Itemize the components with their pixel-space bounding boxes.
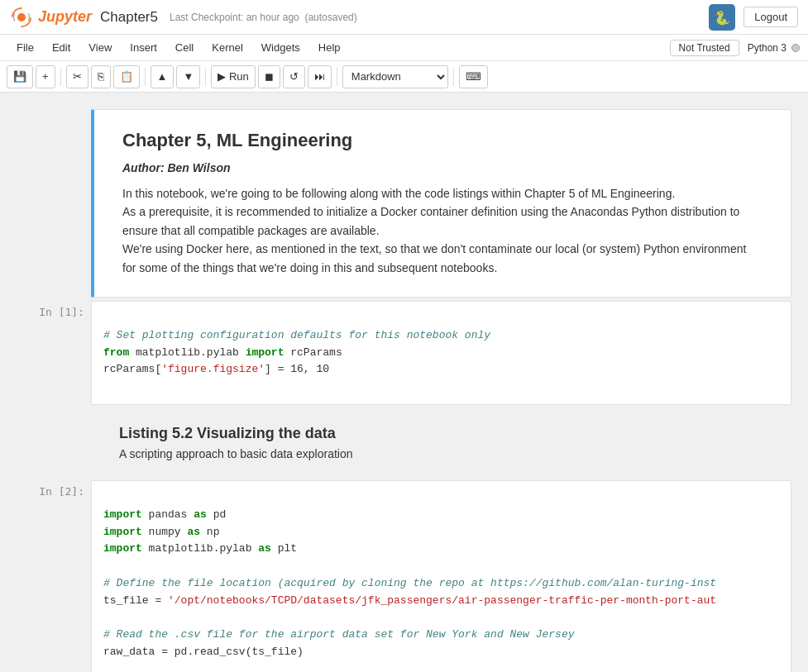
toolbar-sep-5 (453, 68, 454, 86)
menu-kernel[interactable]: Kernel (203, 38, 251, 57)
cell-2-container: In [1]: # Set plotting configuration def… (0, 301, 808, 405)
svg-point-0 (17, 12, 26, 21)
code-comment-file: # Define the file location (acquired by … (103, 577, 716, 589)
trusted-button[interactable]: Not Trusted (670, 40, 739, 56)
cell-1-container: Chapter 5, ML Engineering Author: Ben Wi… (0, 109, 808, 298)
cell-4-content[interactable]: import pandas as pd import numpy as np i… (91, 480, 791, 672)
interrupt-button[interactable]: ◼ (258, 65, 280, 88)
menu-edit[interactable]: Edit (44, 38, 79, 57)
code-comment-1: # Set plotting configuration defaults fo… (103, 329, 490, 341)
menu-help[interactable]: Help (310, 38, 349, 57)
code-read-csv: raw_data = pd.read_csv(ts_file) (103, 646, 304, 658)
notebook-heading: Chapter 5, ML Engineering (122, 130, 763, 151)
checkpoint-info: Last Checkpoint: an hour ago (autosaved) (170, 12, 357, 23)
run-button[interactable]: ▶ Run (211, 65, 255, 88)
menubar: File Edit View Insert Cell Kernel Widget… (0, 35, 808, 61)
paste-button[interactable]: 📋 (113, 65, 140, 88)
kernel-label: Python 3 (748, 42, 786, 54)
menu-widgets[interactable]: Widgets (253, 38, 308, 57)
restart-button[interactable]: ↺ (283, 65, 305, 88)
copy-button[interactable]: ⎘ (91, 65, 111, 88)
notebook-author: Author: Ben Wilson (122, 161, 763, 174)
menu-view[interactable]: View (80, 38, 120, 57)
code-ts-file: ts_file = '/opt/notebooks/TCPD/datasets/… (103, 594, 716, 607)
cell-4-code: import pandas as pd import numpy as np i… (103, 489, 779, 672)
code-import-plt: import matplotlib.pylab as plt (103, 542, 297, 555)
python-logo-icon: 🐍 (709, 4, 735, 31)
cell-3-container: Listing 5.2 Visualizing the data A scrip… (0, 408, 808, 477)
cell-2-code: # Set plotting configuration defaults fo… (103, 310, 779, 396)
cell-2-label: In [1]: (17, 301, 91, 405)
code-line-3: rcParams['figure.figsize'] = 16, 10 (103, 363, 329, 375)
cell-1-label (17, 109, 91, 298)
cell-3-content[interactable]: Listing 5.2 Visualizing the data A scrip… (91, 408, 791, 477)
kernel-info: Python 3 (748, 42, 800, 54)
topbar-left: Jupyter Chapter5 Last Checkpoint: an hou… (10, 6, 357, 29)
keyboard-shortcuts-button[interactable]: ⌨ (459, 65, 488, 88)
cut-button[interactable]: ✂ (66, 65, 88, 88)
cell-3-label (17, 408, 91, 477)
move-down-button[interactable]: ▼ (176, 65, 200, 88)
section-2-subtitle: A scripting approach to basic data explo… (119, 447, 763, 460)
menu-cell[interactable]: Cell (167, 38, 202, 57)
restart-run-button[interactable]: ⏭ (308, 65, 332, 88)
add-cell-button[interactable]: + (36, 65, 55, 88)
cell-type-select[interactable]: Markdown Code Raw NBConvert Heading (342, 65, 448, 88)
kernel-status-circle (791, 44, 800, 52)
cell-1-content[interactable]: Chapter 5, ML Engineering Author: Ben Wi… (91, 109, 791, 298)
notebook-area: Chapter 5, ML Engineering Author: Ben Wi… (0, 93, 808, 672)
toolbar-sep-2 (145, 68, 146, 86)
cell-1-markdown: Chapter 5, ML Engineering Author: Ben Wi… (106, 118, 779, 288)
notebook-body: In this notebook, we're going to be foll… (122, 184, 763, 277)
menu-insert[interactable]: Insert (122, 38, 165, 57)
cell-2-content[interactable]: # Set plotting configuration defaults fo… (91, 301, 791, 405)
toolbar: 💾 + ✂ ⎘ 📋 ▲ ▼ ▶ Run ◼ ↺ ⏭ Markdown Code … (0, 61, 808, 93)
svg-text:🐍: 🐍 (714, 10, 730, 26)
toolbar-sep-3 (205, 68, 206, 86)
notebook-title[interactable]: Chapter5 (100, 9, 158, 26)
section-2-title: Listing 5.2 Visualizing the data (119, 425, 763, 442)
logout-button[interactable]: Logout (743, 7, 798, 27)
topbar: Jupyter Chapter5 Last Checkpoint: an hou… (0, 0, 808, 35)
code-import-pandas: import pandas as pd (103, 508, 226, 521)
cell-3-section: Listing 5.2 Visualizing the data A scrip… (103, 417, 780, 469)
move-up-button[interactable]: ▲ (151, 65, 175, 88)
menu-file[interactable]: File (8, 38, 42, 57)
toolbar-sep-1 (60, 68, 61, 86)
cell-4-label: In [2]: (17, 480, 91, 672)
jupyter-logo-icon (10, 6, 33, 29)
toolbar-sep-4 (337, 68, 337, 86)
save-button[interactable]: 💾 (7, 65, 33, 88)
jupyter-text: Jupyter (38, 8, 92, 26)
code-import-numpy: import numpy as np (103, 526, 219, 538)
jupyter-logo: Jupyter (10, 6, 92, 29)
cell-4-container: In [2]: import pandas as pd import numpy… (0, 480, 808, 672)
code-line-2: from matplotlib.pylab import rcParams (103, 346, 342, 359)
topbar-right: 🐍 Logout (709, 4, 798, 31)
code-comment-read: # Read the .csv file for the airport dat… (103, 628, 575, 641)
